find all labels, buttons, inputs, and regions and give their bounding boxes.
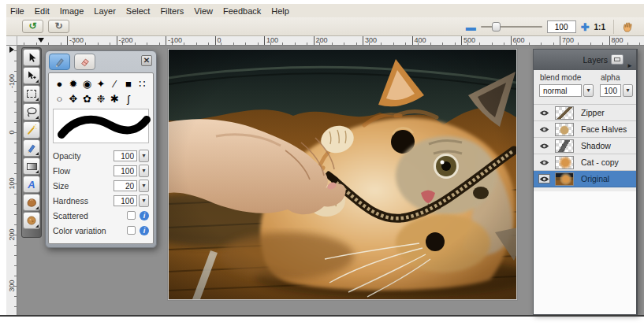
brush-shape-icon[interactable]: ✦ — [95, 77, 108, 91]
param-row: Opacity 100 ▾ — [53, 148, 149, 163]
undo-button[interactable]: ↺ — [22, 20, 43, 33]
brush-shape-icon[interactable]: ʃ — [122, 92, 136, 106]
brush-shape-icon[interactable]: ● — [53, 77, 66, 91]
tool-palette: A — [21, 47, 42, 238]
visibility-toggle[interactable] — [538, 157, 550, 167]
check-row: Scattered i — [53, 208, 149, 223]
visibility-toggle[interactable] — [538, 174, 550, 183]
smudge-tool-button[interactable] — [23, 194, 40, 211]
zoom-slider[interactable] — [481, 26, 542, 28]
menu-feedback[interactable]: Feedback — [223, 6, 261, 16]
menu-edit[interactable]: Edit — [35, 6, 50, 16]
pointer-tool-button[interactable] — [23, 49, 40, 66]
brush-shape-icon[interactable]: ✱ — [108, 92, 121, 106]
flow-value[interactable]: 100 — [114, 165, 137, 176]
wand-tool-button[interactable] — [23, 121, 40, 139]
menu-file[interactable]: File — [10, 6, 24, 16]
brush-dialog-header[interactable]: ✕ — [46, 51, 156, 72]
eraser-tab[interactable] — [74, 54, 95, 70]
zoom-out-icon[interactable]: ▬ — [466, 22, 476, 32]
visibility-toggle[interactable] — [538, 108, 550, 117]
type-tool-button[interactable]: A — [23, 176, 40, 193]
flyout-indicator — [35, 224, 39, 228]
brush-shape-icon[interactable]: ∕ — [108, 77, 121, 91]
layer-row[interactable]: Shadow — [534, 138, 636, 154]
brush-shape-icon[interactable]: ✿ — [80, 92, 94, 106]
layer-thumbnail — [555, 139, 574, 153]
move-tool-button[interactable] — [23, 67, 40, 84]
visibility-toggle[interactable] — [538, 141, 550, 150]
menu-layer[interactable]: Layer — [94, 6, 116, 16]
ruler-corner — [6, 36, 17, 46]
alpha-select[interactable]: 100 — [600, 84, 621, 97]
sponge-tool-button[interactable] — [23, 212, 40, 229]
panel-minimize-button[interactable] — [611, 54, 624, 65]
chevron-down-icon[interactable]: ▾ — [139, 150, 149, 162]
cursor-arrow-icon — [26, 52, 37, 63]
menu-filters[interactable]: Filters — [160, 6, 184, 16]
brush-shape-icon[interactable]: ■ — [122, 77, 136, 91]
layer-name: Cat - copy — [581, 157, 619, 167]
brush-shape-icon[interactable]: ✹ — [67, 77, 80, 91]
menu-help[interactable]: Help — [271, 6, 289, 16]
chevron-down-icon[interactable]: ▾ — [583, 84, 594, 97]
ruler-position-marker — [38, 38, 44, 43]
layer-row[interactable]: Face Halves — [534, 121, 636, 138]
zoom-in-icon[interactable]: ✚ — [581, 22, 590, 32]
layer-row-selected[interactable]: Original — [534, 171, 636, 187]
layers-panel-header[interactable]: Layers ► — [534, 50, 636, 70]
zoom-value-input[interactable] — [547, 20, 576, 33]
zoom-ratio-label[interactable]: 1:1 — [594, 23, 605, 31]
marquee-select-tool-button[interactable] — [23, 85, 40, 102]
page-gutter — [0, 0, 6, 36]
redo-button[interactable]: ↻ — [48, 20, 69, 33]
brush-shape-icon[interactable]: ✥ — [67, 92, 80, 106]
flyout-indicator — [35, 80, 39, 83]
hardness-value[interactable]: 100 — [114, 195, 137, 206]
size-value[interactable]: 20 — [114, 180, 137, 191]
flyout-indicator — [35, 152, 39, 155]
chevron-down-icon[interactable]: ▾ — [623, 84, 633, 97]
menu-view[interactable]: View — [194, 6, 213, 16]
info-icon[interactable]: i — [140, 226, 149, 235]
menu-select[interactable]: Select — [126, 6, 151, 16]
wand-icon — [26, 124, 37, 135]
info-icon[interactable]: i — [140, 211, 149, 220]
color-variation-checkbox[interactable] — [127, 226, 136, 235]
lasso-tool-button[interactable] — [23, 103, 40, 120]
ruler-label: -300 — [67, 36, 84, 45]
visibility-toggle[interactable] — [538, 124, 550, 134]
opacity-value[interactable]: 100 — [114, 150, 137, 161]
pencil-tool-button[interactable] — [23, 139, 40, 157]
ruler-label: 200 — [314, 36, 328, 45]
toolbar-divider — [613, 20, 614, 34]
brush-tab[interactable] — [49, 54, 70, 70]
top-toolbar: ↺ ↻ ▬ ✚ 1:1 — [6, 17, 644, 36]
panel-collapse-arrow-icon[interactable]: ► — [627, 56, 633, 76]
canvas[interactable] — [169, 50, 516, 299]
scattered-checkbox[interactable] — [127, 211, 136, 220]
hand-icon[interactable] — [622, 20, 635, 33]
layer-row[interactable]: Cat - copy — [534, 154, 636, 171]
brush-shape-icon[interactable]: ○ — [53, 92, 66, 106]
brush-shape-icon[interactable]: ❉ — [95, 92, 108, 106]
layer-thumbnail — [555, 106, 574, 120]
layer-name: Face Halves — [581, 124, 627, 134]
chevron-down-icon[interactable]: ▾ — [139, 180, 149, 192]
zoom-slider-thumb[interactable] — [492, 22, 501, 31]
blend-mode-select[interactable]: normal — [539, 84, 582, 97]
layer-row[interactable]: Zipper — [534, 105, 636, 121]
redo-circular-arrow-icon: ↻ — [54, 20, 62, 31]
brush-shape-row: ● ✹ ◉ ✦ ∕ ■ ∷ — [53, 76, 149, 91]
menu-image[interactable]: Image — [60, 6, 84, 16]
brush-shape-icon[interactable]: ◉ — [80, 77, 94, 91]
param-label: Size — [53, 181, 114, 191]
gradient-tool-button[interactable] — [23, 157, 40, 175]
chevron-down-icon[interactable]: ▾ — [139, 165, 149, 177]
ruler-label: 800 — [609, 36, 624, 45]
chevron-down-icon[interactable]: ▾ — [139, 194, 149, 207]
close-icon[interactable]: ✕ — [141, 55, 152, 66]
brush-dialog-body: ● ✹ ◉ ✦ ∕ ■ ∷ ○ ✥ ✿ ❉ ✱ ʃ Opacity — [48, 72, 154, 244]
ruler-label: 700 — [560, 36, 574, 45]
brush-shape-icon[interactable]: ∷ — [136, 77, 149, 91]
